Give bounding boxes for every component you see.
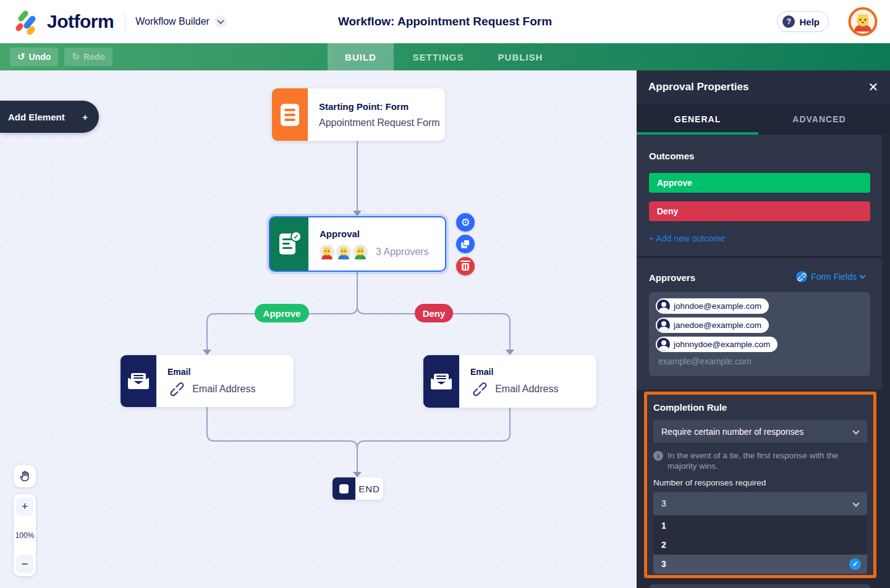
close-icon[interactable]: ✕	[865, 79, 881, 95]
trash-icon	[462, 262, 469, 271]
person-icon	[657, 319, 670, 332]
question-icon: ?	[782, 15, 795, 28]
node-duplicate-button[interactable]	[456, 235, 475, 253]
info-icon: i	[653, 451, 663, 461]
add-element-button[interactable]: Add Element +	[0, 101, 99, 133]
person-icon	[657, 300, 670, 313]
approver-avatars	[320, 245, 370, 259]
chevron-down-icon	[214, 15, 227, 28]
node-delete-button[interactable]	[456, 257, 475, 275]
tab-advanced[interactable]: ADVANCED	[758, 104, 880, 135]
link-icon: ⊂⊃	[468, 378, 491, 401]
redo-icon: ↻	[72, 51, 80, 62]
jotform-logo-icon	[16, 9, 40, 34]
completion-rule-select[interactable]: Require certain number of responses	[653, 420, 867, 443]
chevron-down-icon	[852, 427, 859, 434]
approvers-heading: Approvers	[649, 272, 695, 283]
page-title: Workflow: Appointment Request Form	[0, 15, 890, 28]
email-icon	[121, 355, 156, 407]
responses-count-options: 1 2 3 ✓	[653, 516, 867, 574]
chevron-down-icon	[852, 500, 859, 506]
tie-info: i In the event of a tie, the first respo…	[653, 450, 857, 472]
outcomes-heading: Outcomes	[649, 151, 694, 161]
mode-tabs: BUILD SETTINGS PUBLISH	[328, 43, 558, 70]
approver-email-placeholder: example@example.com	[658, 356, 863, 366]
brand-name: Jotform	[47, 11, 114, 32]
branch-label-deny[interactable]: Deny	[415, 304, 453, 322]
approver-chip[interactable]: johndoe@example.com	[656, 298, 769, 314]
approver-avatar-icon	[336, 245, 351, 259]
redo-button[interactable]: ↻ Redo	[64, 48, 112, 66]
panel-header: Approval Properties ✕	[637, 70, 890, 104]
top-header: Jotform Workflow Builder Workflow: Appoi…	[0, 0, 890, 43]
end-stop-icon	[333, 477, 355, 500]
zoom-in-button[interactable]: +	[16, 497, 33, 516]
undo-icon: ↺	[17, 51, 25, 62]
panel-title: Approval Properties	[648, 81, 749, 93]
pan-tool-button[interactable]	[14, 465, 36, 487]
panel-tabs: GENERAL ADVANCED	[637, 104, 890, 135]
approver-chip[interactable]: janedoe@example.com	[656, 317, 769, 333]
hand-icon	[19, 470, 31, 482]
option-3[interactable]: 3 ✓	[653, 555, 867, 574]
chevron-down-icon	[860, 273, 866, 279]
node-email-approve[interactable]: Email ⊂⊃Email Address	[121, 355, 294, 407]
completion-rule-section: Completion Rule Require certain number o…	[644, 392, 876, 578]
jotform-logo[interactable]: Jotform	[16, 9, 114, 34]
node-email-deny[interactable]: Email ⊂⊃Email Address	[423, 355, 596, 408]
node-starting-point[interactable]: Starting Point: Form Appointment Request…	[272, 88, 445, 141]
responses-count-select[interactable]: 3	[653, 492, 867, 515]
form-fields-dropdown[interactable]: ⊂⊃ Form Fields	[796, 271, 865, 282]
option-1[interactable]: 1	[653, 516, 867, 536]
tab-settings[interactable]: SETTINGS	[394, 43, 483, 70]
app-switcher[interactable]: Workflow Builder	[135, 15, 227, 28]
help-button[interactable]: ? Help	[777, 11, 829, 32]
node-settings-button[interactable]: ⚙	[456, 213, 475, 232]
zoom-controls: + 100% −	[14, 494, 36, 576]
approvers-input[interactable]: johndoe@example.com janedoe@example.com …	[649, 292, 870, 376]
outcomes-section: Outcomes Approve Deny + Add new outcome	[637, 135, 882, 256]
check-icon: ✓	[849, 558, 861, 570]
app-switcher-label: Workflow Builder	[135, 16, 210, 27]
undo-button[interactable]: ↺ Undo	[10, 48, 58, 66]
outcome-deny[interactable]: Deny	[649, 201, 870, 221]
gear-icon: ⚙	[460, 217, 470, 228]
add-new-outcome-link[interactable]: + Add new outcome	[649, 233, 725, 243]
workflow-canvas[interactable]: Starting Point: Form Appointment Request…	[0, 70, 637, 588]
outcome-approve[interactable]: Approve	[649, 173, 870, 193]
copy-icon	[461, 240, 470, 248]
plus-icon: +	[82, 112, 88, 122]
approvers-section: Approvers ⊂⊃ Form Fields johndoe@example…	[637, 258, 882, 390]
email-icon	[423, 355, 459, 408]
zoom-level: 100%	[15, 531, 35, 540]
link-icon: ⊂⊃	[796, 271, 807, 282]
branch-label-approve[interactable]: Approve	[255, 304, 309, 322]
approver-avatar-icon	[353, 245, 368, 259]
node-approval[interactable]: ✓ Approval	[269, 216, 446, 272]
approval-properties-panel: Approval Properties ✕ GENERAL ADVANCED O…	[637, 70, 890, 588]
form-icon	[272, 88, 308, 141]
option-2[interactable]: 2	[653, 536, 867, 555]
tab-publish[interactable]: PUBLISH	[483, 43, 558, 70]
workflow-builder-app: Jotform Workflow Builder Workflow: Appoi…	[0, 0, 890, 588]
tab-build[interactable]: BUILD	[328, 43, 394, 70]
next-section-partial	[649, 584, 870, 588]
header-divider	[125, 12, 125, 31]
approver-chip[interactable]: johnnydoe@example.com	[656, 337, 778, 352]
user-avatar[interactable]	[848, 7, 878, 36]
zoom-out-button[interactable]: −	[16, 555, 33, 573]
node-end[interactable]: END	[333, 477, 383, 500]
tab-general[interactable]: GENERAL	[637, 104, 758, 135]
connector-lines	[0, 70, 637, 588]
completion-rule-heading: Completion Rule	[653, 402, 867, 413]
approval-icon: ✓	[270, 217, 308, 271]
responses-required-label: Number of responses required	[653, 478, 867, 487]
build-toolbar: ↺ Undo ↻ Redo BUILD SETTINGS PUBLISH	[0, 43, 890, 70]
person-icon	[657, 338, 670, 351]
link-icon: ⊂⊃	[166, 377, 189, 400]
approver-avatar-icon	[320, 245, 334, 259]
